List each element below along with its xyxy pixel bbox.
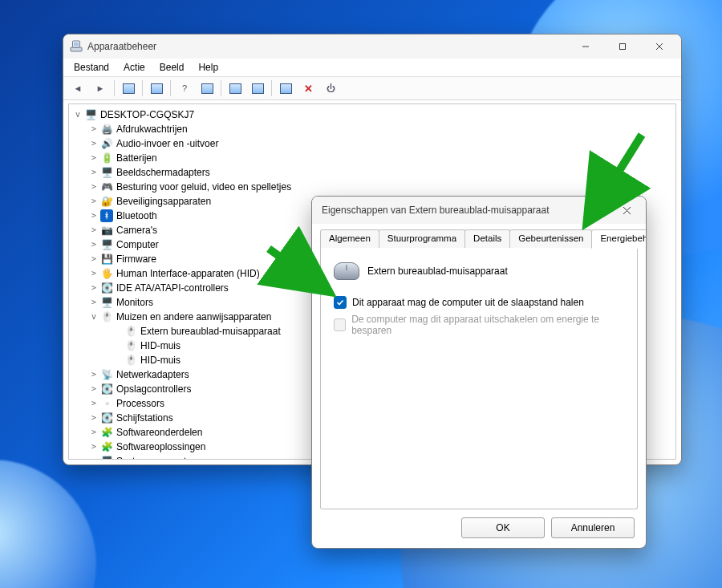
scan-hardware-button[interactable] [197, 78, 217, 99]
properties-dialog: Eigenschappen van Extern bureaublad-muis… [311, 196, 647, 549]
chevron-right-icon[interactable]: > [88, 396, 99, 411]
toolbar-separator [170, 80, 171, 96]
device-icon: 💽 [100, 412, 113, 424]
properties-button[interactable] [146, 78, 167, 99]
tree-label: IDE ATA/ATAPI-controllers [116, 281, 233, 295]
chevron-right-icon[interactable]: > [88, 382, 99, 396]
tree-label: Camera's [116, 223, 162, 237]
chevron-right-icon[interactable]: > [88, 136, 99, 151]
tab-algemeen[interactable]: Algemeen [320, 229, 379, 249]
chevron-right-icon[interactable]: > [88, 252, 99, 266]
close-button[interactable] [610, 197, 643, 224]
tree-label: Beeldschermadapters [116, 165, 215, 180]
chevron-right-icon[interactable]: > [88, 180, 99, 194]
tree-category[interactable]: >🎮Besturing voor geluid, video en spelle… [69, 180, 675, 194]
device-icon: 🖱️ [124, 325, 137, 338]
disable-device-button[interactable]: ⏻ [320, 78, 341, 99]
forward-button[interactable]: ► [90, 78, 111, 99]
tree-label: Computer [116, 237, 164, 252]
chevron-right-icon[interactable]: > [88, 165, 99, 180]
minimize-button[interactable] [567, 34, 604, 59]
tree-category[interactable]: >🖨️Afdrukwachtrijen [69, 122, 675, 136]
device-name-label: Extern bureaublad-muisapparaat [367, 266, 508, 277]
ok-button[interactable]: OK [461, 517, 545, 538]
device-icon: 🔊 [100, 137, 113, 150]
chevron-right-icon[interactable]: > [88, 209, 99, 223]
uninstall-device-button[interactable]: ✕ [298, 78, 318, 99]
help-button[interactable]: ? [174, 78, 195, 99]
chevron-right-icon[interactable]: > [88, 425, 99, 440]
tree-label: Netwerkadapters [116, 367, 194, 382]
device-icon: 🔐 [100, 195, 113, 208]
device-icon: 💽 [100, 383, 113, 395]
chevron-right-icon[interactable]: > [88, 237, 99, 252]
tree-label: HID-muis [140, 353, 185, 367]
menu-actie[interactable]: Actie [118, 60, 151, 75]
chevron-right-icon[interactable]: > [88, 454, 99, 459]
device-icon: 🖥️ [100, 455, 113, 459]
menu-bestand[interactable]: Bestand [68, 60, 115, 75]
toolbar-separator [142, 80, 143, 96]
tree-category[interactable]: >🖥️Beeldschermadapters [69, 165, 675, 180]
props-title: Eigenschappen van Extern bureaublad-muis… [322, 205, 550, 216]
chevron-right-icon[interactable]: > [88, 411, 99, 425]
toolbar-separator [221, 80, 221, 96]
tree-label: Firmware [116, 252, 161, 266]
svg-rect-2 [74, 43, 79, 46]
toolbar-separator [114, 80, 115, 96]
dialog-button-row: OK Annuleren [461, 517, 635, 538]
chevron-right-icon[interactable]: > [88, 367, 99, 382]
checkbox-allow-wake[interactable]: Dit apparaat mag de computer uit de slaa… [334, 296, 624, 309]
menu-help[interactable]: Help [193, 60, 224, 75]
chevron-right-icon[interactable]: > [88, 151, 99, 165]
add-legacy-hardware-button[interactable] [275, 78, 296, 99]
update-driver-button[interactable] [225, 78, 245, 99]
chevron-down-icon[interactable]: v [72, 107, 83, 122]
menubar: BestandActieBeeldHelp [63, 59, 681, 77]
tree-label: Audio-invoer en -uitvoer [116, 136, 223, 151]
toolbar-separator [271, 80, 272, 96]
tree-label: Softwareonderdelen [116, 425, 207, 440]
back-button[interactable]: ◄ [67, 78, 88, 99]
tab-details[interactable]: Details [464, 229, 510, 249]
props-titlebar[interactable]: Eigenschappen van Extern bureaublad-muis… [312, 197, 646, 224]
tree-label: DESKTOP-CGQSKJ7 [100, 107, 199, 122]
svg-rect-0 [71, 47, 82, 51]
close-button[interactable] [641, 34, 678, 59]
chevron-right-icon[interactable]: > [88, 223, 99, 237]
monitors-button[interactable] [247, 78, 268, 99]
menu-beeld[interactable]: Beeld [154, 60, 190, 75]
chevron-right-icon[interactable]: > [88, 440, 99, 454]
tree-label: Bluetooth [116, 209, 162, 223]
dm-title: Apparaatbeheer [87, 41, 156, 52]
dm-titlebar[interactable]: Apparaatbeheer [63, 34, 681, 59]
tab-page-energiebeheer: Extern bureaublad-muisapparaat Dit appar… [320, 248, 638, 509]
chevron-right-icon[interactable]: > [88, 122, 99, 136]
chevron-right-icon[interactable]: > [88, 295, 99, 310]
svg-rect-4 [620, 44, 626, 50]
cancel-button[interactable]: Annuleren [551, 517, 635, 538]
tree-label: Muizen en andere aanwijsapparaten [116, 310, 276, 324]
chevron-right-icon[interactable]: > [88, 194, 99, 209]
device-icon: 🔋 [100, 152, 113, 164]
tree-label: Softwareoplossingen [116, 440, 210, 454]
device-icon: 🎮 [100, 180, 113, 193]
chevron-right-icon[interactable]: > [88, 266, 99, 281]
tree-category[interactable]: >🔊Audio-invoer en -uitvoer [69, 136, 675, 151]
chevron-right-icon[interactable]: > [88, 281, 99, 295]
device-icon: 🖥️ [84, 108, 97, 121]
maximize-button[interactable] [604, 34, 641, 59]
tree-category[interactable]: >🔋Batterijen [69, 151, 675, 165]
device-icon: 🖱️ [100, 310, 113, 323]
tree-label: Processors [116, 396, 169, 411]
device-icon: 🖐️ [100, 267, 113, 280]
show-hide-tree-button[interactable] [118, 78, 139, 99]
tab-gebeurtenissen[interactable]: Gebeurtenissen [509, 229, 592, 249]
tab-stuurprogramma[interactable]: Stuurprogramma [379, 229, 465, 249]
checkbox-empty-icon [334, 318, 346, 331]
chevron-down-icon[interactable]: v [88, 310, 99, 324]
tree-root[interactable]: v🖥️DESKTOP-CGQSKJ7 [69, 107, 675, 122]
device-icon: ᚼ [100, 209, 113, 222]
tab-energiebeheer[interactable]: Energiebeheer [591, 229, 647, 249]
device-icon: 💾 [100, 253, 113, 266]
